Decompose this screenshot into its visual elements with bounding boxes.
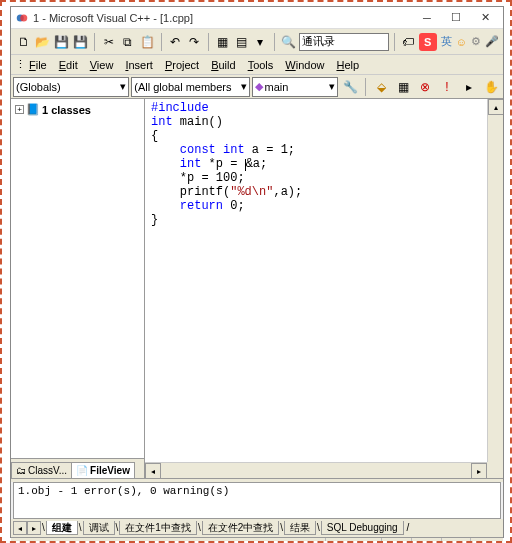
output-pane: 1.obj - 1 error(s), 0 warning(s) ◂ ▸ \组建… (11, 479, 503, 537)
scroll-up-icon[interactable]: ▴ (488, 99, 503, 115)
function-dropdown[interactable]: ◆main▾ (252, 77, 339, 97)
func-icon: ◆ (255, 80, 263, 93)
scope-dropdown[interactable]: (Globals)▾ (13, 77, 129, 97)
svg-point-1 (20, 14, 27, 21)
statusbar: 行 6, 列 14 REC COL 覆盖 读取 (11, 537, 503, 543)
menu-insert[interactable]: Insert (119, 57, 159, 73)
status-ovr: 覆盖 (441, 538, 470, 543)
standard-toolbar: 🗋 📂 💾 💾 ✂ ⧉ 📋 ↶ ↷ ▦ ▤ ▾ 🔍 🏷 S 英 ☺ ⚙ 🎤 (11, 29, 503, 55)
ime-mic-icon[interactable]: 🎤 (485, 35, 499, 48)
minimize-button[interactable]: ─ (413, 9, 441, 27)
ime-indicator: S 英 ☺ ⚙ 🎤 (419, 33, 499, 51)
window-title: 1 - Microsoft Visual C++ - [1.cpp] (33, 12, 413, 24)
goto-icon[interactable]: 🔧 (340, 77, 360, 97)
stop-build-icon[interactable]: ⊗ (415, 77, 435, 97)
tab-classview[interactable]: 🗂 ClassV... (11, 462, 72, 478)
workspace-tabs: 🗂 ClassV... 📄 FileView (11, 458, 144, 478)
menu-build[interactable]: Build (205, 57, 241, 73)
workspace-icon[interactable]: ▦ (214, 32, 231, 52)
output-icon[interactable]: ▤ (233, 32, 250, 52)
scroll-right-icon[interactable]: ▸ (471, 463, 487, 478)
menu-project[interactable]: Project (159, 57, 205, 73)
output-tab[interactable]: 在文件1中查找 (119, 521, 197, 535)
scroll-left-icon[interactable]: ◂ (145, 463, 161, 478)
status-rec: REC (381, 538, 411, 543)
book-icon: 📘 (26, 103, 40, 116)
cut-icon[interactable]: ✂ (100, 32, 117, 52)
find-icon[interactable]: 🔍 (280, 32, 297, 52)
output-tab[interactable]: 结果 (284, 521, 316, 535)
close-button[interactable]: ✕ (471, 9, 499, 27)
output-tab[interactable]: 组建 (46, 521, 78, 535)
copy-icon[interactable]: ⧉ (119, 32, 136, 52)
tab-fileview[interactable]: 📄 FileView (71, 462, 135, 478)
fileview-icon: 📄 (76, 465, 88, 476)
paste-icon[interactable]: 📋 (139, 32, 156, 52)
tree-root-label: 1 classes (42, 104, 91, 116)
status-read: 读取 (470, 538, 499, 543)
tab-scroll-right-icon[interactable]: ▸ (27, 521, 41, 535)
output-tab[interactable]: SQL Debugging (321, 521, 404, 535)
new-file-icon[interactable]: 🗋 (15, 32, 32, 52)
ime-lang[interactable]: 英 (441, 34, 452, 49)
breakpoint-icon[interactable]: ✋ (481, 77, 501, 97)
menu-file[interactable]: File (23, 57, 53, 73)
horizontal-scrollbar[interactable]: ◂ ▸ (145, 462, 487, 478)
chevron-down-icon: ▾ (238, 80, 247, 93)
compile-icon[interactable]: ⬙ (371, 77, 391, 97)
menu-view[interactable]: View (84, 57, 120, 73)
window-list-icon[interactable]: ▾ (252, 32, 269, 52)
menu-tools[interactable]: Tools (242, 57, 280, 73)
expand-icon[interactable]: + (15, 105, 24, 114)
members-dropdown[interactable]: (All global members▾ (131, 77, 249, 97)
scroll-corner (487, 462, 503, 478)
execute-icon[interactable]: ! (437, 77, 457, 97)
ime-smile-icon[interactable]: ☺ (456, 36, 467, 48)
workspace: + 📘 1 classes 🗂 ClassV... 📄 FileView #in… (11, 99, 503, 479)
build-icon[interactable]: ▦ (393, 77, 413, 97)
ime-gear-icon[interactable]: ⚙ (471, 35, 481, 48)
go-icon[interactable]: ▸ (459, 77, 479, 97)
menubar: ⋮ FileEditViewInsertProjectBuildToolsWin… (11, 55, 503, 75)
menu-window[interactable]: Window (279, 57, 330, 73)
app-icon (15, 11, 29, 25)
help-icon[interactable]: 🏷 (400, 32, 417, 52)
open-file-icon[interactable]: 📂 (34, 32, 51, 52)
classview-icon: 🗂 (16, 465, 26, 476)
ime-sogou-icon[interactable]: S (419, 33, 437, 51)
output-tab[interactable]: 在文件2中查找 (202, 521, 280, 535)
chevron-down-icon: ▾ (117, 80, 126, 93)
find-combo[interactable] (299, 33, 389, 51)
save-icon[interactable]: 💾 (53, 32, 70, 52)
chevron-down-icon: ▾ (326, 80, 335, 93)
wizard-bar: (Globals)▾ (All global members▾ ◆main▾ 🔧… (11, 75, 503, 99)
redo-icon[interactable]: ↷ (186, 32, 203, 52)
app-window: 1 - Microsoft Visual C++ - [1.cpp] ─ ☐ ✕… (10, 6, 504, 538)
status-line-col: 行 6, 列 14 (325, 538, 382, 543)
tab-scroll-left-icon[interactable]: ◂ (13, 521, 27, 535)
status-col-mode: COL (411, 538, 441, 543)
output-tabs: ◂ ▸ \组建\调试\在文件1中查找\在文件2中查找\结果\SQL Debugg… (11, 519, 503, 537)
vertical-scrollbar[interactable]: ▴ (487, 99, 503, 462)
workspace-pane: + 📘 1 classes 🗂 ClassV... 📄 FileView (11, 99, 145, 478)
grip-icon: ⋮ (15, 58, 23, 71)
build-output[interactable]: 1.obj - 1 error(s), 0 warning(s) (13, 482, 501, 519)
maximize-button[interactable]: ☐ (442, 9, 470, 27)
undo-icon[interactable]: ↶ (166, 32, 183, 52)
menu-edit[interactable]: Edit (53, 57, 84, 73)
titlebar: 1 - Microsoft Visual C++ - [1.cpp] ─ ☐ ✕ (11, 7, 503, 29)
output-tab[interactable]: 调试 (83, 521, 115, 535)
menu-help[interactable]: Help (330, 57, 365, 73)
code-editor[interactable]: #includeint main(){ const int a = 1; int… (145, 99, 503, 478)
tree-root-node[interactable]: + 📘 1 classes (15, 103, 140, 116)
save-all-icon[interactable]: 💾 (72, 32, 89, 52)
class-tree[interactable]: + 📘 1 classes (11, 99, 144, 458)
